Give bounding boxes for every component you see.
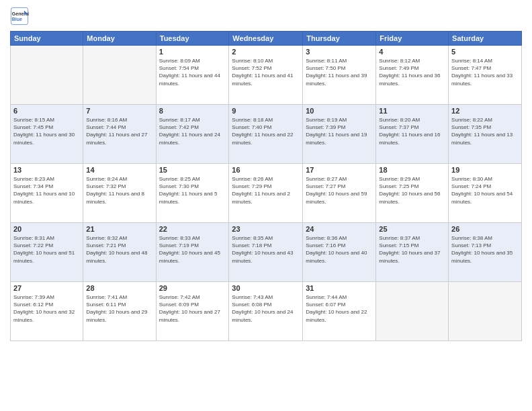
day-number: 15 <box>159 166 226 174</box>
day-info: Sunrise: 8:11 AM Sunset: 7:50 PM Dayligh… <box>306 57 373 87</box>
day-info: Sunrise: 8:18 AM Sunset: 7:40 PM Dayligh… <box>232 116 300 146</box>
calendar-cell: 20Sunrise: 8:31 AM Sunset: 7:22 PM Dayli… <box>11 223 83 282</box>
weekday-header: Monday <box>83 32 156 46</box>
day-number: 28 <box>86 284 152 292</box>
calendar-cell: 9Sunrise: 8:18 AM Sunset: 7:40 PM Daylig… <box>229 105 303 164</box>
day-info: Sunrise: 7:41 AM Sunset: 6:11 PM Dayligh… <box>86 293 152 324</box>
day-info: Sunrise: 8:32 AM Sunset: 7:21 PM Dayligh… <box>86 234 152 265</box>
calendar-cell: 27Sunrise: 7:39 AM Sunset: 6:12 PM Dayli… <box>11 282 83 341</box>
page: General Blue SundayMondayTuesdayWednesda… <box>0 0 532 411</box>
calendar-cell: 30Sunrise: 7:43 AM Sunset: 6:08 PM Dayli… <box>229 282 303 341</box>
day-number: 11 <box>379 107 445 115</box>
day-number: 24 <box>306 225 373 233</box>
day-info: Sunrise: 8:31 AM Sunset: 7:22 PM Dayligh… <box>13 234 80 265</box>
calendar-cell: 4Sunrise: 8:12 AM Sunset: 7:49 PM Daylig… <box>376 46 449 105</box>
day-number: 5 <box>451 48 519 56</box>
day-number: 10 <box>306 107 373 115</box>
day-number: 8 <box>159 107 226 115</box>
day-info: Sunrise: 8:09 AM Sunset: 7:54 PM Dayligh… <box>159 57 226 87</box>
calendar-cell: 19Sunrise: 8:30 AM Sunset: 7:24 PM Dayli… <box>449 164 522 223</box>
calendar-cell: 8Sunrise: 8:17 AM Sunset: 7:42 PM Daylig… <box>156 105 229 164</box>
day-number: 3 <box>306 48 373 56</box>
calendar-cell: 22Sunrise: 8:33 AM Sunset: 7:19 PM Dayli… <box>156 223 229 282</box>
calendar-cell: 6Sunrise: 8:15 AM Sunset: 7:45 PM Daylig… <box>11 105 83 164</box>
day-number: 29 <box>159 284 226 292</box>
day-info: Sunrise: 8:36 AM Sunset: 7:16 PM Dayligh… <box>306 234 373 265</box>
day-info: Sunrise: 8:27 AM Sunset: 7:27 PM Dayligh… <box>306 175 373 205</box>
calendar-cell: 7Sunrise: 8:16 AM Sunset: 7:44 PM Daylig… <box>83 105 156 164</box>
day-number: 13 <box>13 166 80 174</box>
day-number: 21 <box>86 225 152 233</box>
calendar-cell: 13Sunrise: 8:23 AM Sunset: 7:34 PM Dayli… <box>11 164 83 223</box>
day-info: Sunrise: 8:29 AM Sunset: 7:25 PM Dayligh… <box>379 175 445 205</box>
day-info: Sunrise: 8:20 AM Sunset: 7:37 PM Dayligh… <box>379 116 445 146</box>
day-info: Sunrise: 8:22 AM Sunset: 7:35 PM Dayligh… <box>451 116 519 146</box>
calendar-cell: 16Sunrise: 8:26 AM Sunset: 7:29 PM Dayli… <box>229 164 303 223</box>
calendar-cell <box>376 282 449 341</box>
calendar-cell: 15Sunrise: 8:25 AM Sunset: 7:30 PM Dayli… <box>156 164 229 223</box>
day-info: Sunrise: 8:14 AM Sunset: 7:47 PM Dayligh… <box>451 57 519 87</box>
calendar-cell: 3Sunrise: 8:11 AM Sunset: 7:50 PM Daylig… <box>303 46 376 105</box>
calendar-cell: 21Sunrise: 8:32 AM Sunset: 7:21 PM Dayli… <box>83 223 156 282</box>
calendar-cell: 14Sunrise: 8:24 AM Sunset: 7:32 PM Dayli… <box>83 164 156 223</box>
weekday-header: Saturday <box>449 32 522 46</box>
day-info: Sunrise: 8:38 AM Sunset: 7:13 PM Dayligh… <box>451 234 519 265</box>
calendar: SundayMondayTuesdayWednesdayThursdayFrid… <box>10 31 522 341</box>
day-info: Sunrise: 8:17 AM Sunset: 7:42 PM Dayligh… <box>159 116 226 146</box>
day-number: 23 <box>232 225 300 233</box>
day-info: Sunrise: 7:44 AM Sunset: 6:07 PM Dayligh… <box>306 293 373 324</box>
header: General Blue <box>10 7 522 26</box>
day-info: Sunrise: 8:26 AM Sunset: 7:29 PM Dayligh… <box>232 175 300 205</box>
day-info: Sunrise: 8:12 AM Sunset: 7:49 PM Dayligh… <box>379 57 445 87</box>
day-number: 27 <box>13 284 80 292</box>
day-number: 12 <box>451 107 519 115</box>
calendar-cell: 11Sunrise: 8:20 AM Sunset: 7:37 PM Dayli… <box>376 105 449 164</box>
svg-text:Blue: Blue <box>12 17 22 21</box>
svg-rect-0 <box>11 7 28 24</box>
weekday-header: Wednesday <box>229 32 303 46</box>
day-info: Sunrise: 8:35 AM Sunset: 7:18 PM Dayligh… <box>232 234 300 265</box>
calendar-cell: 29Sunrise: 7:42 AM Sunset: 6:09 PM Dayli… <box>156 282 229 341</box>
day-info: Sunrise: 8:25 AM Sunset: 7:30 PM Dayligh… <box>159 175 226 205</box>
calendar-cell <box>83 46 156 105</box>
day-number: 7 <box>86 107 152 115</box>
logo: General Blue <box>10 7 32 26</box>
day-number: 20 <box>13 225 80 233</box>
calendar-cell <box>449 282 522 341</box>
weekday-header: Thursday <box>303 32 376 46</box>
day-number: 26 <box>451 225 519 233</box>
day-info: Sunrise: 7:43 AM Sunset: 6:08 PM Dayligh… <box>232 293 300 324</box>
calendar-cell: 12Sunrise: 8:22 AM Sunset: 7:35 PM Dayli… <box>449 105 522 164</box>
day-number: 4 <box>379 48 445 56</box>
day-info: Sunrise: 8:30 AM Sunset: 7:24 PM Dayligh… <box>451 175 519 205</box>
day-number: 1 <box>159 48 226 56</box>
day-number: 19 <box>451 166 519 174</box>
day-info: Sunrise: 8:16 AM Sunset: 7:44 PM Dayligh… <box>86 116 152 146</box>
day-info: Sunrise: 8:10 AM Sunset: 7:52 PM Dayligh… <box>232 57 300 87</box>
calendar-cell <box>11 46 83 105</box>
day-info: Sunrise: 8:23 AM Sunset: 7:34 PM Dayligh… <box>13 175 80 205</box>
logo-icon: General Blue <box>10 7 29 26</box>
weekday-header: Tuesday <box>156 32 229 46</box>
day-number: 16 <box>232 166 300 174</box>
calendar-cell: 25Sunrise: 8:37 AM Sunset: 7:15 PM Dayli… <box>376 223 449 282</box>
day-info: Sunrise: 8:19 AM Sunset: 7:39 PM Dayligh… <box>306 116 373 146</box>
calendar-cell: 23Sunrise: 8:35 AM Sunset: 7:18 PM Dayli… <box>229 223 303 282</box>
day-number: 30 <box>232 284 300 292</box>
day-number: 14 <box>86 166 152 174</box>
calendar-cell: 26Sunrise: 8:38 AM Sunset: 7:13 PM Dayli… <box>449 223 522 282</box>
calendar-cell: 2Sunrise: 8:10 AM Sunset: 7:52 PM Daylig… <box>229 46 303 105</box>
weekday-header: Friday <box>376 32 449 46</box>
calendar-cell: 10Sunrise: 8:19 AM Sunset: 7:39 PM Dayli… <box>303 105 376 164</box>
day-number: 6 <box>13 107 80 115</box>
calendar-cell: 24Sunrise: 8:36 AM Sunset: 7:16 PM Dayli… <box>303 223 376 282</box>
day-number: 9 <box>232 107 300 115</box>
day-number: 2 <box>232 48 300 56</box>
day-info: Sunrise: 8:15 AM Sunset: 7:45 PM Dayligh… <box>13 116 80 146</box>
day-number: 25 <box>379 225 445 233</box>
day-info: Sunrise: 8:33 AM Sunset: 7:19 PM Dayligh… <box>159 234 226 265</box>
day-number: 31 <box>306 284 373 292</box>
calendar-cell: 31Sunrise: 7:44 AM Sunset: 6:07 PM Dayli… <box>303 282 376 341</box>
day-number: 22 <box>159 225 226 233</box>
day-number: 18 <box>379 166 445 174</box>
